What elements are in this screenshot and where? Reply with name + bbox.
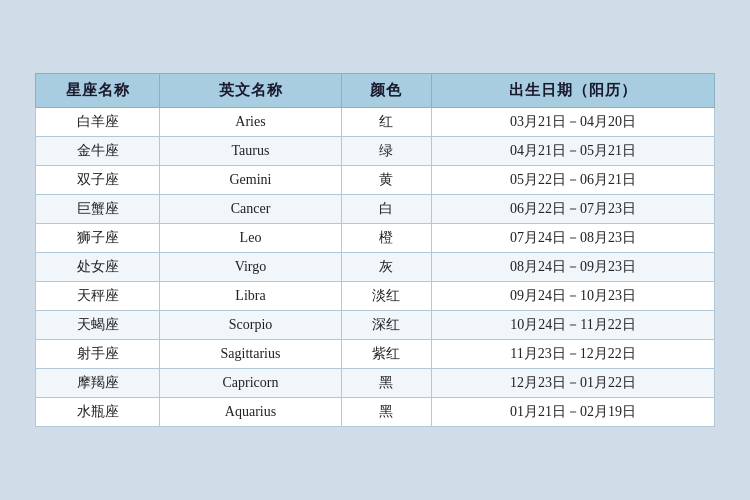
main-container: 星座名称 英文名称 颜色 出生日期（阳历） 白羊座Aries红03月21日－04… xyxy=(25,63,725,437)
cell-color: 淡红 xyxy=(341,282,432,311)
cell-chinese: 处女座 xyxy=(36,253,160,282)
cell-date: 08月24日－09月23日 xyxy=(432,253,715,282)
cell-chinese: 射手座 xyxy=(36,340,160,369)
table-body: 白羊座Aries红03月21日－04月20日金牛座Taurus绿04月21日－0… xyxy=(36,108,715,427)
cell-chinese: 天蝎座 xyxy=(36,311,160,340)
cell-english: Cancer xyxy=(160,195,341,224)
table-row: 天秤座Libra淡红09月24日－10月23日 xyxy=(36,282,715,311)
cell-english: Taurus xyxy=(160,137,341,166)
cell-color: 黄 xyxy=(341,166,432,195)
cell-english: Libra xyxy=(160,282,341,311)
header-chinese: 星座名称 xyxy=(36,74,160,108)
table-row: 摩羯座Capricorn黑12月23日－01月22日 xyxy=(36,369,715,398)
cell-color: 红 xyxy=(341,108,432,137)
cell-date: 04月21日－05月21日 xyxy=(432,137,715,166)
cell-date: 01月21日－02月19日 xyxy=(432,398,715,427)
cell-date: 10月24日－11月22日 xyxy=(432,311,715,340)
cell-chinese: 天秤座 xyxy=(36,282,160,311)
cell-color: 绿 xyxy=(341,137,432,166)
table-header-row: 星座名称 英文名称 颜色 出生日期（阳历） xyxy=(36,74,715,108)
header-english: 英文名称 xyxy=(160,74,341,108)
cell-chinese: 白羊座 xyxy=(36,108,160,137)
cell-english: Scorpio xyxy=(160,311,341,340)
cell-color: 黑 xyxy=(341,398,432,427)
cell-color: 深红 xyxy=(341,311,432,340)
cell-date: 12月23日－01月22日 xyxy=(432,369,715,398)
table-row: 天蝎座Scorpio深红10月24日－11月22日 xyxy=(36,311,715,340)
cell-date: 06月22日－07月23日 xyxy=(432,195,715,224)
table-row: 狮子座Leo橙07月24日－08月23日 xyxy=(36,224,715,253)
cell-chinese: 巨蟹座 xyxy=(36,195,160,224)
table-row: 双子座Gemini黄05月22日－06月21日 xyxy=(36,166,715,195)
cell-chinese: 水瓶座 xyxy=(36,398,160,427)
table-row: 射手座Sagittarius紫红11月23日－12月22日 xyxy=(36,340,715,369)
table-row: 水瓶座Aquarius黑01月21日－02月19日 xyxy=(36,398,715,427)
cell-english: Aquarius xyxy=(160,398,341,427)
cell-date: 05月22日－06月21日 xyxy=(432,166,715,195)
cell-english: Leo xyxy=(160,224,341,253)
header-color: 颜色 xyxy=(341,74,432,108)
cell-english: Gemini xyxy=(160,166,341,195)
cell-color: 白 xyxy=(341,195,432,224)
zodiac-table: 星座名称 英文名称 颜色 出生日期（阳历） 白羊座Aries红03月21日－04… xyxy=(35,73,715,427)
cell-date: 07月24日－08月23日 xyxy=(432,224,715,253)
cell-chinese: 摩羯座 xyxy=(36,369,160,398)
cell-date: 09月24日－10月23日 xyxy=(432,282,715,311)
cell-chinese: 金牛座 xyxy=(36,137,160,166)
cell-english: Virgo xyxy=(160,253,341,282)
table-row: 白羊座Aries红03月21日－04月20日 xyxy=(36,108,715,137)
table-row: 巨蟹座Cancer白06月22日－07月23日 xyxy=(36,195,715,224)
table-row: 处女座Virgo灰08月24日－09月23日 xyxy=(36,253,715,282)
cell-color: 灰 xyxy=(341,253,432,282)
cell-color: 黑 xyxy=(341,369,432,398)
cell-date: 03月21日－04月20日 xyxy=(432,108,715,137)
cell-chinese: 狮子座 xyxy=(36,224,160,253)
table-row: 金牛座Taurus绿04月21日－05月21日 xyxy=(36,137,715,166)
cell-english: Aries xyxy=(160,108,341,137)
cell-date: 11月23日－12月22日 xyxy=(432,340,715,369)
cell-english: Capricorn xyxy=(160,369,341,398)
cell-color: 橙 xyxy=(341,224,432,253)
cell-color: 紫红 xyxy=(341,340,432,369)
cell-english: Sagittarius xyxy=(160,340,341,369)
header-date: 出生日期（阳历） xyxy=(432,74,715,108)
cell-chinese: 双子座 xyxy=(36,166,160,195)
